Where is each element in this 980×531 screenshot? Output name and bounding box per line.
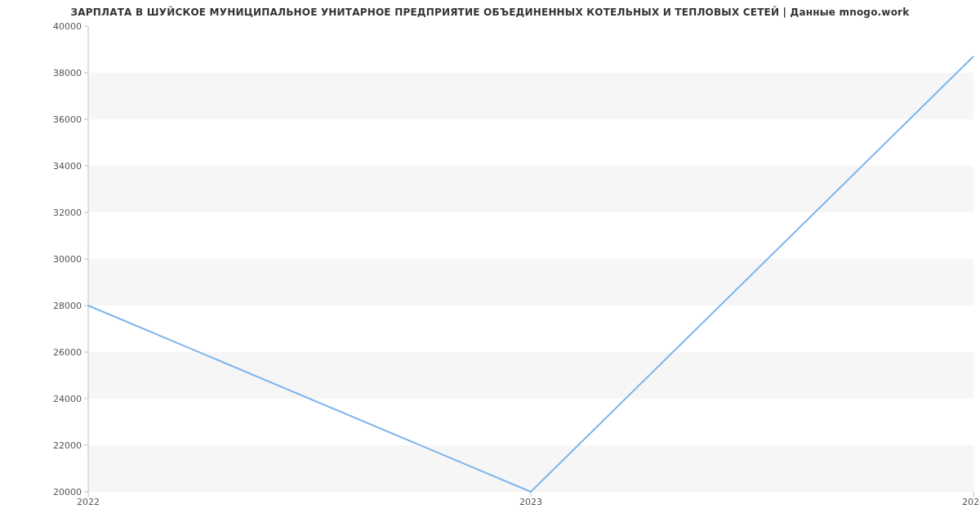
grid-band (88, 352, 973, 399)
y-tick-label: 22000 (53, 440, 82, 451)
grid-band (88, 119, 973, 166)
y-tick-label: 26000 (53, 347, 82, 358)
y-tick-label: 30000 (53, 254, 82, 265)
chart-svg (88, 26, 973, 492)
y-tick-label: 34000 (53, 161, 82, 172)
grid-band (88, 306, 973, 352)
chart-container: ЗАРПЛАТА В ШУЙСКОЕ МУНИЦИПАЛЬНОЕ УНИТАРН… (0, 0, 980, 531)
grid-band (88, 445, 973, 492)
x-tick-label: 2023 (519, 497, 542, 507)
y-tick-label: 40000 (53, 21, 82, 32)
x-tick-label: 2024 (962, 497, 980, 507)
y-tick-label: 20000 (53, 487, 82, 498)
y-tick-label: 38000 (53, 68, 82, 78)
grid-band (88, 73, 973, 119)
y-tick-marks (84, 26, 88, 492)
grid-band (88, 26, 973, 73)
y-tick-label: 36000 (53, 114, 82, 125)
grid-band (88, 399, 973, 445)
grid-band (88, 212, 973, 259)
y-tick-label: 28000 (53, 301, 82, 311)
x-tick-label: 2022 (77, 497, 100, 507)
grid-band (88, 259, 973, 306)
y-tick-label: 32000 (53, 207, 82, 218)
plot-area: 2000022000240002600028000300003200034000… (88, 26, 973, 492)
grid-band (88, 166, 973, 212)
y-tick-label: 24000 (53, 394, 82, 404)
grid-bands (88, 26, 973, 492)
chart-title: ЗАРПЛАТА В ШУЙСКОЕ МУНИЦИПАЛЬНОЕ УНИТАРН… (0, 7, 980, 18)
